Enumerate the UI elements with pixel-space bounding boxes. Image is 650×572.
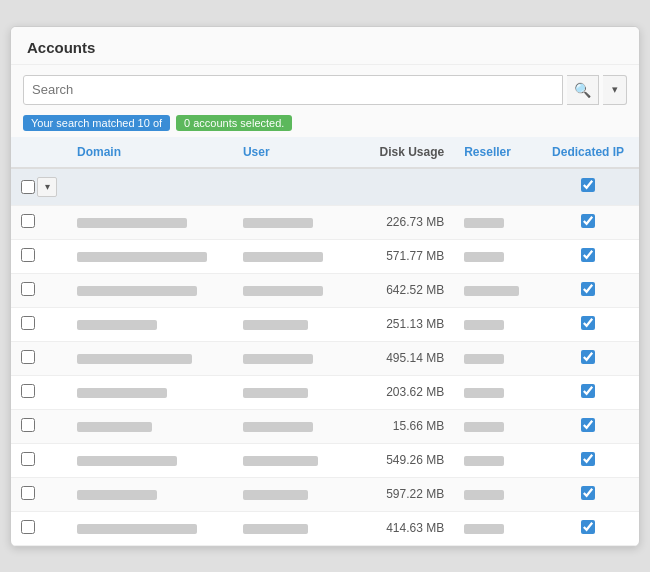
window-title: Accounts (11, 27, 639, 65)
row-reseller (454, 409, 537, 443)
control-reseller-cell (454, 168, 537, 206)
row-domain (67, 205, 233, 239)
dedicated-ip-checkbox[interactable] (581, 486, 595, 500)
row-user (233, 341, 355, 375)
row-user (233, 375, 355, 409)
row-dedicated-ip (537, 477, 639, 511)
row-disk-usage: 571.77 MB (355, 239, 455, 273)
row-domain (67, 409, 233, 443)
search-dropdown-button[interactable]: ▾ (603, 75, 627, 105)
row-domain (67, 307, 233, 341)
col-header-user: User (233, 137, 355, 168)
chevron-down-icon: ▾ (612, 83, 618, 96)
search-icon: 🔍 (574, 82, 591, 98)
row-user (233, 511, 355, 545)
table-row: 495.14 MB (11, 341, 639, 375)
col-header-domain: Domain (67, 137, 233, 168)
search-button[interactable]: 🔍 (567, 75, 599, 105)
dedicated-ip-checkbox[interactable] (581, 316, 595, 330)
row-disk-usage: 549.26 MB (355, 443, 455, 477)
col-header-checkbox (11, 137, 67, 168)
row-dedicated-ip (537, 409, 639, 443)
table-row: 251.13 MB (11, 307, 639, 341)
select-all-cell: ▾ (11, 168, 67, 206)
row-checkbox[interactable] (21, 350, 35, 364)
row-reseller (454, 375, 537, 409)
row-checkbox-cell (11, 341, 67, 375)
dedicated-all-checkbox[interactable] (581, 178, 595, 192)
accounts-selected-badge: 0 accounts selected. (176, 115, 292, 131)
row-disk-usage: 15.66 MB (355, 409, 455, 443)
table-row: 226.73 MB (11, 205, 639, 239)
row-user (233, 409, 355, 443)
row-user (233, 239, 355, 273)
row-dedicated-ip (537, 239, 639, 273)
dedicated-ip-checkbox[interactable] (581, 452, 595, 466)
row-checkbox[interactable] (21, 418, 35, 432)
row-domain (67, 477, 233, 511)
row-checkbox-cell (11, 273, 67, 307)
search-matched-badge: Your search matched 10 of (23, 115, 170, 131)
row-checkbox[interactable] (21, 316, 35, 330)
row-reseller (454, 477, 537, 511)
row-checkbox-cell (11, 477, 67, 511)
row-checkbox[interactable] (21, 486, 35, 500)
row-disk-usage: 203.62 MB (355, 375, 455, 409)
row-reseller (454, 443, 537, 477)
dedicated-ip-checkbox[interactable] (581, 248, 595, 262)
row-disk-usage: 226.73 MB (355, 205, 455, 239)
dedicated-ip-checkbox[interactable] (581, 384, 595, 398)
control-domain-cell (67, 168, 233, 206)
row-checkbox-cell (11, 205, 67, 239)
table-row: 571.77 MB (11, 239, 639, 273)
row-domain (67, 443, 233, 477)
row-user (233, 477, 355, 511)
row-reseller (454, 239, 537, 273)
row-domain (67, 375, 233, 409)
toolbar: 🔍 ▾ (11, 65, 639, 111)
dedicated-ip-checkbox[interactable] (581, 520, 595, 534)
row-user (233, 273, 355, 307)
row-checkbox[interactable] (21, 520, 35, 534)
row-domain (67, 239, 233, 273)
row-reseller (454, 341, 537, 375)
dedicated-ip-checkbox[interactable] (581, 418, 595, 432)
row-checkbox[interactable] (21, 384, 35, 398)
table-row: 597.22 MB (11, 477, 639, 511)
col-header-reseller: Reseller (454, 137, 537, 168)
row-domain (67, 341, 233, 375)
row-dedicated-ip (537, 375, 639, 409)
table-row: 15.66 MB (11, 409, 639, 443)
table-row: 642.52 MB (11, 273, 639, 307)
row-checkbox-cell (11, 511, 67, 545)
row-checkbox-cell (11, 409, 67, 443)
row-user (233, 307, 355, 341)
select-all-checkbox[interactable] (21, 180, 35, 194)
row-checkbox-cell (11, 307, 67, 341)
row-disk-usage: 597.22 MB (355, 477, 455, 511)
control-dedicated-cell (537, 168, 639, 206)
dedicated-ip-checkbox[interactable] (581, 214, 595, 228)
row-checkbox[interactable] (21, 248, 35, 262)
row-disk-usage: 495.14 MB (355, 341, 455, 375)
row-disk-usage: 642.52 MB (355, 273, 455, 307)
dedicated-ip-checkbox[interactable] (581, 282, 595, 296)
row-checkbox[interactable] (21, 214, 35, 228)
row-checkbox-cell (11, 443, 67, 477)
row-checkbox[interactable] (21, 452, 35, 466)
row-dedicated-ip (537, 443, 639, 477)
row-reseller (454, 511, 537, 545)
accounts-table-wrap: Domain User Disk Usage Reseller Dedicate… (11, 137, 639, 546)
row-dedicated-ip (537, 341, 639, 375)
row-dedicated-ip (537, 307, 639, 341)
dedicated-ip-checkbox[interactable] (581, 350, 595, 364)
row-checkbox[interactable] (21, 282, 35, 296)
row-dedicated-ip (537, 273, 639, 307)
select-dropdown-arrow[interactable]: ▾ (37, 177, 57, 197)
row-dedicated-ip (537, 511, 639, 545)
table-row: 549.26 MB (11, 443, 639, 477)
search-input[interactable] (23, 75, 563, 105)
row-disk-usage: 251.13 MB (355, 307, 455, 341)
row-domain (67, 511, 233, 545)
table-row: 414.63 MB (11, 511, 639, 545)
